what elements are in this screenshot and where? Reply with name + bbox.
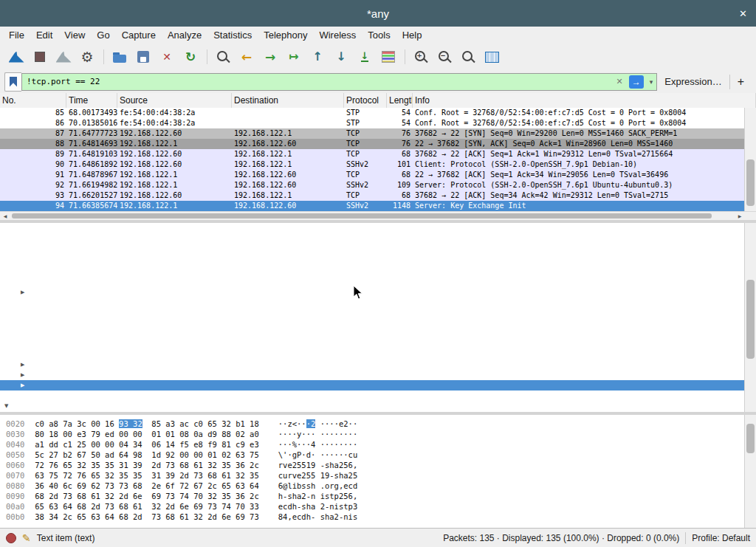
menu-wireless[interactable]: Wireless [313,30,362,41]
expression-button[interactable]: Expression… [657,76,729,87]
packet-detail-line[interactable]: ▶ [Timestamps] [0,380,745,391]
column-header[interactable]: Length [387,93,413,108]
packet-row[interactable]: 86 70.013850163 fe:54:00:d4:38:2a STP 54… [0,118,745,128]
stop-capture-icon[interactable] [29,47,51,67]
packet-detail-line[interactable]: Acknowledgment number: 34 (relative ack … [0,266,745,277]
packet-detail-line[interactable]: [Window size scaling factor: 128] [0,318,745,328]
scrollbar-thumb[interactable] [746,159,755,206]
close-window-icon[interactable]: ✕ [739,8,747,19]
packet-detail-line[interactable]: Urgent pointer: 0 [0,349,745,359]
packet-detail-line[interactable]: Checksum: 0x79ed [unverified] [0,328,745,339]
packet-row[interactable]: 94 71.663856741 192.168.122.1 192.168.12… [0,201,745,211]
packet-row[interactable]: 91 71.648789678 192.168.122.1 192.168.12… [0,170,745,180]
scroll-left-icon[interactable]: ◀ [0,212,10,220]
go-first-packet-icon[interactable]: ↑ [306,47,329,67]
capture-comment-icon[interactable]: ✎ [22,532,31,544]
menu-tools[interactable]: Tools [362,30,396,41]
packet-row[interactable]: 89 71.648191037 192.168.122.60 192.168.1… [0,149,745,159]
packet-detail-line[interactable]: Window size value: 227 [0,297,745,308]
column-header[interactable]: Source [117,93,232,108]
packet-row[interactable]: 92 71.661949820 192.168.122.1 192.168.12… [0,180,745,190]
details-vertical-scrollbar[interactable] [744,223,756,412]
reload-capture-icon[interactable]: ↻ [179,47,202,67]
expand-arrow-icon[interactable]: ▶ [21,287,28,297]
filter-apply-icon[interactable]: → [629,75,644,89]
go-back-icon[interactable]: ← [236,47,258,67]
filter-dropdown-icon[interactable]: ▾ [646,78,657,86]
add-filter-button[interactable]: + [730,75,752,89]
hex-row[interactable]: 007063 75 72 76 65 32 35 35 31 39 2d 73 … [6,470,745,481]
resize-columns-icon[interactable] [481,47,503,67]
menu-file[interactable]: File [3,30,30,41]
colorize-icon[interactable] [377,47,399,67]
scrollbar-thumb[interactable] [12,213,712,219]
scroll-right-icon[interactable]: ▶ [735,212,745,220]
column-header[interactable]: Time [66,93,117,108]
menu-view[interactable]: View [58,30,91,41]
open-capture-icon[interactable] [109,47,131,67]
menu-telephony[interactable]: Telephony [258,30,313,41]
expand-arrow-icon[interactable]: ▶ [21,359,28,370]
menu-analyze[interactable]: Analyze [162,30,207,41]
menu-help[interactable]: Help [396,30,428,41]
packet-detail-line[interactable]: ▶ Options: (12 bytes), No-Operation (NOP… [0,359,745,370]
packet-list-vertical-scrollbar[interactable] [744,108,756,211]
packet-detail-line[interactable]: Sequence number: 42 (relative sequence n… [0,246,745,256]
column-header[interactable]: No. [0,93,66,108]
profile-status[interactable]: Profile: Default [692,533,750,543]
menu-go[interactable]: Go [91,30,115,41]
packet-detail-line[interactable]: ▶ [SEQ/ACK analysis] [0,370,745,380]
zoom-reset-icon[interactable] [457,47,479,67]
go-to-packet-icon[interactable]: ↦ [283,47,305,67]
expert-info-icon[interactable] [6,533,16,543]
packet-row[interactable]: 85 68.001734936 fe:54:00:d4:38:2a STP 54… [0,108,745,118]
zoom-in-icon[interactable]: + [410,47,432,67]
save-capture-icon[interactable] [132,47,154,67]
packet-detail-line[interactable]: ▶ Flags: 0x018 (PSH, ACK) [0,287,745,297]
expand-arrow-icon[interactable]: ▶ [21,370,28,380]
hex-row[interactable]: 00b038 34 2c 65 63 64 68 2d 73 68 61 32 … [6,512,745,522]
find-packet-icon[interactable] [212,47,234,67]
close-capture-icon[interactable]: ✕ [156,47,178,67]
go-last-packet-icon[interactable]: ↓ [330,47,352,67]
hex-row[interactable]: 00505c 27 b2 67 50 ad 64 98 1d 92 00 00 … [6,450,745,460]
packet-row[interactable]: 87 71.647777234 192.168.122.60 192.168.1… [0,128,745,139]
hex-row[interactable]: 003080 18 00 e3 79 ed 00 00 01 01 08 0a … [6,429,745,439]
go-forward-icon[interactable]: → [259,47,281,67]
zoom-out-icon[interactable]: − [433,47,456,67]
display-filter-input[interactable] [22,77,613,86]
hex-vertical-scrollbar[interactable] [744,415,756,528]
packet-detail-line[interactable]: TCP payload (1080 bytes) [0,391,745,401]
column-header[interactable]: Destination [232,93,344,108]
packet-detail-line[interactable]: [TCP Segment Len: 1080] [0,235,745,246]
packet-detail-line[interactable]: ▼ SSH Protocol [0,401,745,411]
start-capture-icon[interactable] [5,47,27,67]
packet-detail-line[interactable]: [Calculated window size: 29056] [0,308,745,318]
column-header[interactable]: Info [413,93,756,108]
packet-row[interactable]: 88 71.648146932 192.168.122.1 192.168.12… [0,139,745,149]
packet-detail-line[interactable]: [Next sequence number: 1122 (relative se… [0,256,745,266]
autoscroll-icon[interactable]: ↓ [354,47,376,67]
packet-detail-line[interactable]: [Checksum Status: Unverified] [0,339,745,349]
hex-row[interactable]: 00a065 63 64 68 2d 73 68 61 32 2d 6e 69 … [6,501,745,512]
hex-row[interactable]: 0040a1 dd c1 25 00 00 04 34 06 14 f5 e8 … [6,439,745,450]
menu-edit[interactable]: Edit [30,30,58,41]
menu-statistics[interactable]: Statistics [207,30,258,41]
hex-row[interactable]: 006072 76 65 32 35 35 31 39 2d 73 68 61 … [6,460,745,470]
menu-capture[interactable]: Capture [116,30,162,41]
hex-row[interactable]: 0020c0 a8 7a 3c 00 16 93 32 85 a3 ac c0 … [6,419,745,429]
capture-options-gear-icon[interactable]: ⚙ [76,47,98,67]
expand-arrow-icon[interactable]: ▶ [21,380,28,391]
column-header[interactable]: Protocol [344,93,387,108]
packet-row[interactable]: 90 71.648618924 192.168.122.60 192.168.1… [0,159,745,170]
packet-detail-line[interactable]: [Stream index: 0] [0,225,745,235]
expand-arrow-icon[interactable]: ▼ [4,401,12,411]
filter-clear-icon[interactable]: ✕ [613,77,627,86]
scrollbar-thumb[interactable] [746,280,755,359]
hex-row[interactable]: 008036 40 6c 69 62 73 73 68 2e 6f 72 67 … [6,481,745,491]
packet-list-horizontal-scrollbar[interactable]: ◀ ▶ [0,211,756,220]
restart-capture-icon[interactable] [52,47,75,67]
scrollbar-thumb[interactable] [746,424,755,453]
packet-row[interactable]: 93 71.662015274 192.168.122.60 192.168.1… [0,190,745,201]
packet-detail-line[interactable]: 1000 .... = Header Length: 32 bytes (8) [0,277,745,287]
